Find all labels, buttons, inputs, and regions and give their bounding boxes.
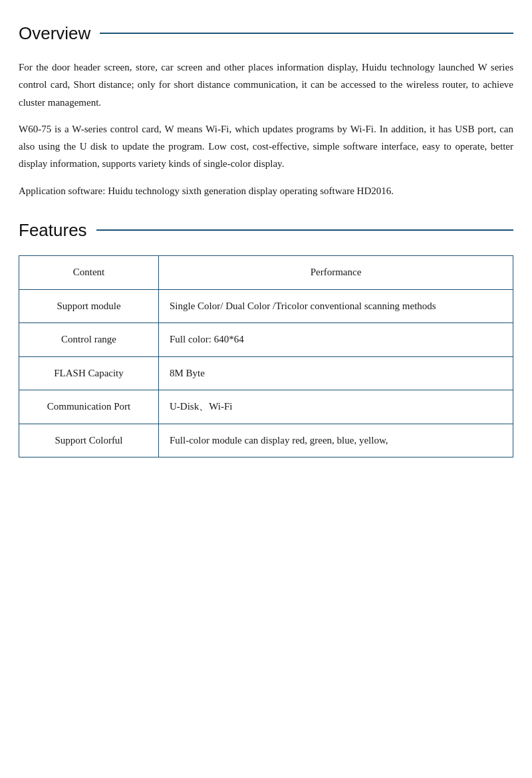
table-cell-performance-1: Full color: 640*64 [159,323,513,357]
features-header: Features [19,215,513,245]
features-title: Features [19,215,87,245]
table-row: Support ColorfulFull-color module can di… [19,424,513,457]
table-row: Control rangeFull color: 640*64 [19,323,513,357]
features-line [96,229,513,231]
overview-section: Overview For the door header screen, sto… [19,19,513,199]
overview-header: Overview [19,19,513,48]
overview-title: Overview [19,19,90,48]
table-cell-content-2: FLASH Capacity [19,356,159,390]
header-performance: Performance [159,256,513,290]
overview-paragraph-2: W60-75 is a W-series control card, W mea… [19,120,513,173]
table-cell-content-0: Support module [19,289,159,323]
features-section: Features Content Performance Support mod… [19,215,513,457]
table-row: Support moduleSingle Color/ Dual Color /… [19,289,513,323]
features-table: Content Performance Support moduleSingle… [19,255,513,457]
table-cell-content-4: Support Colorful [19,424,159,457]
table-cell-performance-2: 8M Byte [159,356,513,390]
table-cell-performance-0: Single Color/ Dual Color /Tricolor conve… [159,289,513,323]
header-content: Content [19,256,159,290]
table-header-row: Content Performance [19,256,513,290]
table-cell-performance-3: U-Disk、Wi-Fi [159,390,513,424]
overview-line [100,33,513,34]
table-row: Communication PortU-Disk、Wi-Fi [19,390,513,424]
table-row: FLASH Capacity8M Byte [19,356,513,390]
table-cell-performance-4: Full-color module can display red, green… [159,424,513,457]
overview-paragraph-3: Application software: Huidu technology s… [19,182,513,199]
table-cell-content-1: Control range [19,323,159,357]
table-cell-content-3: Communication Port [19,390,159,424]
overview-paragraph-1: For the door header screen, store, car s… [19,59,513,111]
